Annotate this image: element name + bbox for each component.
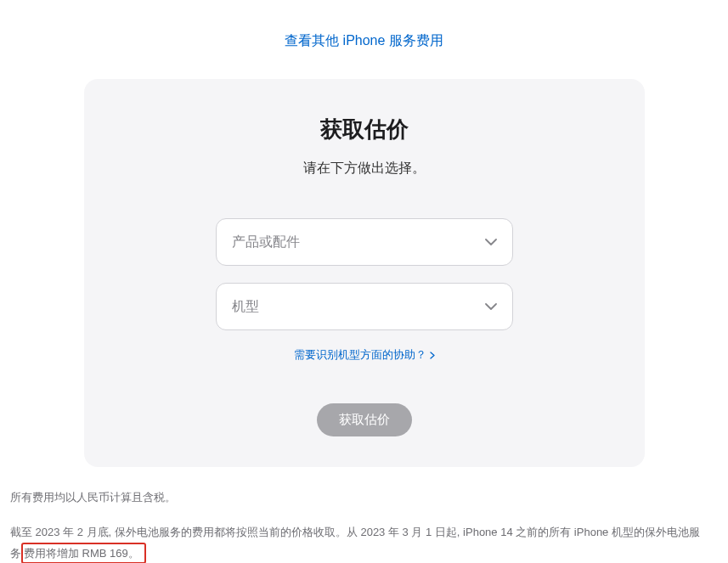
product-accessory-select[interactable]: 产品或配件 bbox=[216, 218, 513, 266]
card-subtitle: 请在下方做出选择。 bbox=[127, 160, 602, 177]
other-service-fees-link[interactable]: 查看其他 iPhone 服务费用 bbox=[285, 33, 443, 48]
footer-note-tax: 所有费用均以人民币计算且含税。 bbox=[0, 487, 728, 507]
model-select[interactable]: 机型 bbox=[216, 283, 513, 330]
chevron-down-icon bbox=[485, 239, 497, 245]
price-increase-highlight: 费用将增加 RMB 169。 bbox=[21, 543, 146, 563]
footer-text-part-a: 截至 2023 年 2 月底, 保外电池服务的费用都将按照当前的价格收取。从 2… bbox=[10, 526, 700, 538]
card-title: 获取估价 bbox=[127, 115, 602, 144]
select-label: 产品或配件 bbox=[232, 234, 300, 251]
identify-model-help-link[interactable]: 需要识别机型方面的协助？ bbox=[294, 347, 435, 363]
estimate-card: 获取估价 请在下方做出选择。 产品或配件 机型 需要识别机型方面的协助？ 获取估… bbox=[84, 79, 645, 467]
chevron-right-icon bbox=[430, 352, 435, 359]
footer-text-part-b: 务 bbox=[10, 547, 21, 560]
select-label: 机型 bbox=[232, 298, 259, 316]
footer-note-price-change: 截至 2023 年 2 月底, 保外电池服务的费用都将按照当前的价格收取。从 2… bbox=[0, 522, 728, 563]
help-link-text: 需要识别机型方面的协助？ bbox=[294, 347, 426, 363]
get-estimate-button[interactable]: 获取估价 bbox=[317, 403, 412, 436]
chevron-down-icon bbox=[485, 303, 497, 310]
